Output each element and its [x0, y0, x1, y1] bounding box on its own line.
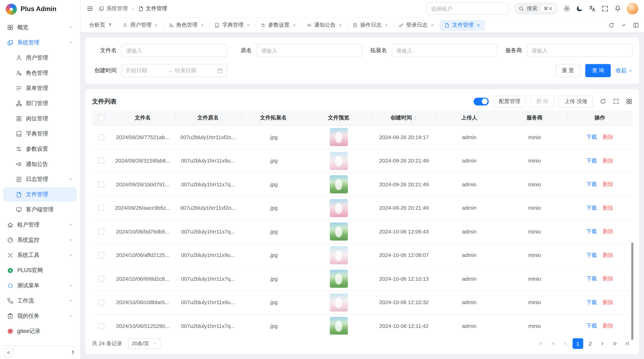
fullscreen-icon[interactable] [613, 98, 620, 105]
page-number-button[interactable]: 2 [585, 338, 596, 349]
config-management-button[interactable]: 配置管理 [493, 95, 526, 107]
close-icon[interactable] [154, 23, 158, 27]
sidebar-item[interactable]: 工作流 [3, 294, 77, 308]
delete-link[interactable]: 删除 [603, 299, 614, 306]
delete-link[interactable]: 删除 [603, 134, 614, 141]
close-icon[interactable] [292, 23, 296, 27]
chevron-down-icon[interactable] [620, 22, 627, 28]
file-preview-image[interactable] [330, 128, 348, 146]
tab[interactable]: 操作日志 [348, 19, 393, 30]
tab[interactable]: 用户管理 [118, 19, 163, 30]
sidebar-item[interactable]: 参数设置 [3, 142, 77, 156]
tenant-select[interactable] [426, 2, 508, 15]
fullscreen-icon[interactable] [601, 5, 608, 12]
filter-input[interactable] [122, 44, 227, 57]
delete-button[interactable]: 删 除 [530, 95, 554, 107]
delete-link[interactable]: 删除 [603, 252, 614, 259]
file-preview-image[interactable] [330, 270, 348, 288]
layout-icon[interactable] [633, 22, 639, 28]
sidebar-item[interactable]: 用户管理 [3, 50, 77, 65]
close-icon[interactable] [384, 23, 388, 27]
row-checkbox[interactable] [98, 323, 104, 329]
sidebar-collapse-button[interactable] [4, 348, 13, 357]
delete-link[interactable]: 删除 [603, 228, 614, 235]
close-icon[interactable] [338, 23, 342, 27]
sidebar-item[interactable]: 文件管理 [3, 187, 77, 202]
tab[interactable]: 参数设置 [256, 19, 301, 30]
download-link[interactable]: 下载 [586, 181, 597, 188]
sidebar-item[interactable]: 租户管理 [3, 218, 77, 232]
sidebar-item[interactable]: 部门管理 [3, 96, 77, 110]
row-checkbox[interactable] [98, 181, 104, 187]
download-link[interactable]: 下载 [586, 134, 597, 141]
hamburger-menu-icon[interactable] [86, 5, 94, 12]
delete-link[interactable]: 删除 [603, 322, 614, 330]
row-checkbox[interactable] [98, 158, 104, 164]
table-scrollbar[interactable] [631, 243, 633, 340]
next-5-pages-button[interactable] [610, 338, 620, 349]
sidebar-item[interactable]: 字典管理 [3, 126, 77, 141]
tab[interactable]: 登录日志 [394, 19, 439, 30]
last-page-button[interactable] [622, 338, 632, 349]
tab[interactable]: 角色管理 [164, 19, 209, 30]
sort-icon[interactable] [414, 115, 417, 121]
download-link[interactable]: 下载 [586, 228, 597, 235]
pin-icon[interactable] [108, 22, 113, 27]
global-search[interactable]: 搜索 ⌘ K [514, 2, 558, 15]
close-icon[interactable] [200, 23, 204, 27]
translate-icon[interactable] [588, 5, 596, 12]
toggle-switch[interactable] [474, 97, 489, 105]
file-preview-image[interactable] [330, 175, 348, 193]
breadcrumb-item[interactable]: 文件管理 [138, 5, 167, 12]
file-preview-image[interactable] [330, 293, 348, 312]
sidebar-item[interactable]: 日志管理 [3, 172, 77, 186]
dark-mode-icon[interactable] [576, 5, 583, 12]
row-checkbox[interactable] [98, 252, 104, 258]
filter-input[interactable] [257, 44, 362, 57]
download-link[interactable]: 下载 [586, 322, 597, 330]
delete-link[interactable]: 删除 [603, 204, 614, 212]
date-range-picker[interactable]: 开始日期 → 结束日期 [122, 64, 227, 77]
delete-link[interactable]: 删除 [603, 157, 614, 164]
file-preview-image[interactable] [330, 246, 348, 264]
column-settings-icon[interactable] [626, 98, 632, 105]
download-link[interactable]: 下载 [586, 299, 597, 306]
upload-button[interactable]: 上传 没做 [559, 95, 593, 107]
close-icon[interactable] [476, 23, 480, 27]
download-link[interactable]: 下载 [586, 204, 597, 212]
user-avatar[interactable] [627, 3, 638, 14]
sidebar-item[interactable]: PLUS官网 [3, 263, 77, 278]
row-checkbox[interactable] [98, 229, 104, 235]
breadcrumb-item[interactable]: 系统管理 [98, 5, 128, 12]
sidebar-item[interactable]: 系统管理 [3, 35, 77, 49]
search-button[interactable]: 查 询 [586, 64, 611, 77]
filter-input[interactable] [392, 44, 497, 57]
tab[interactable]: 文件管理 [440, 19, 485, 30]
filter-input[interactable] [527, 44, 632, 57]
tab[interactable]: 字典管理 [210, 19, 255, 30]
logo[interactable]: Plus Admin [0, 0, 80, 18]
prev-5-pages-button[interactable] [548, 338, 559, 349]
page-size-select[interactable]: 20条/页 [128, 338, 160, 349]
file-preview-image[interactable] [330, 199, 348, 217]
sidebar-item[interactable]: gitee记录 [3, 324, 77, 338]
tab[interactable]: 分析页 [84, 19, 117, 30]
sidebar-item[interactable]: 系统工具 [3, 248, 77, 262]
notifications-icon[interactable] [614, 5, 621, 12]
first-page-button[interactable] [536, 338, 546, 349]
row-checkbox[interactable] [98, 299, 104, 305]
sidebar-item[interactable]: 菜单管理 [3, 81, 77, 95]
tab[interactable]: 通知公告 [302, 19, 347, 30]
collapse-filters-link[interactable]: 收起 [616, 67, 632, 74]
sidebar-item[interactable]: 岗位管理 [3, 111, 77, 125]
delete-link[interactable]: 删除 [603, 275, 614, 283]
row-checkbox[interactable] [98, 134, 104, 140]
download-link[interactable]: 下载 [586, 252, 597, 259]
file-preview-image[interactable] [330, 223, 348, 241]
reset-button[interactable]: 重 置 [555, 64, 580, 77]
close-icon[interactable] [430, 23, 434, 27]
file-preview-image[interactable] [330, 317, 348, 335]
sidebar-item[interactable]: 通知公告 [3, 157, 77, 171]
refresh-icon[interactable] [608, 22, 614, 28]
file-preview-image[interactable] [330, 152, 348, 170]
